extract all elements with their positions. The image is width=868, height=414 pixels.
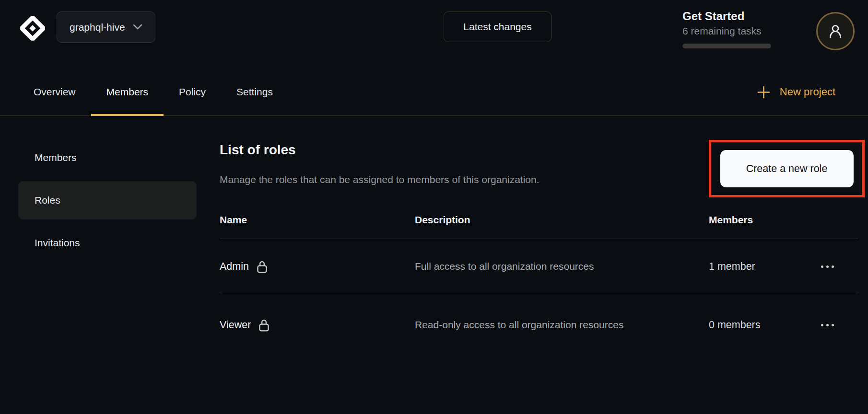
members-sidebar: Members Roles Invitations xyxy=(18,138,197,266)
org-selector-button[interactable]: graphql-hive xyxy=(57,12,155,43)
page-title: List of roles xyxy=(220,142,296,158)
person-icon xyxy=(827,23,844,40)
latest-changes-button[interactable]: Latest changes xyxy=(444,12,551,42)
page-subtitle: Manage the roles that can be assigned to… xyxy=(220,174,540,185)
tab-members[interactable]: Members xyxy=(91,69,164,115)
hive-logo-icon xyxy=(17,13,48,44)
chevron-down-icon xyxy=(133,24,142,30)
get-started-widget[interactable]: Get Started 6 remaining tasks xyxy=(682,9,771,48)
create-new-role-button[interactable]: Create a new role xyxy=(720,150,854,187)
lock-icon xyxy=(257,260,268,274)
new-project-label: New project xyxy=(780,86,835,98)
org-selector-label: graphql-hive xyxy=(70,22,125,33)
user-menu-button[interactable] xyxy=(816,12,855,50)
get-started-remaining-tasks: 6 remaining tasks xyxy=(682,24,771,38)
app-window: graphql-hive Latest changes Get Started … xyxy=(0,0,868,414)
roles-panel: List of roles Manage the roles that can … xyxy=(220,115,858,414)
roles-table: Name Description Members Admin Full acce… xyxy=(220,201,858,356)
role-name: Admin xyxy=(220,261,249,273)
lock-icon xyxy=(258,318,270,332)
table-row-admin: Admin Full access to all organization re… xyxy=(220,239,858,294)
column-header-members: Members xyxy=(709,214,796,226)
table-row-viewer: Viewer Read-only access to all organizat… xyxy=(220,294,858,356)
sidebar-item-roles[interactable]: Roles xyxy=(18,181,197,219)
org-tabbar: Overview Members Policy Settings New pro… xyxy=(0,69,868,116)
sidebar-item-members[interactable]: Members xyxy=(18,138,197,177)
sidebar-item-invitations[interactable]: Invitations xyxy=(18,224,197,262)
annotation-highlight-box: Create a new role xyxy=(709,140,865,197)
role-name: Viewer xyxy=(220,319,251,331)
column-header-description: Description xyxy=(415,214,709,226)
role-members-count: 0 members xyxy=(709,319,796,331)
hive-logo[interactable] xyxy=(17,13,48,44)
tab-overview[interactable]: Overview xyxy=(18,69,91,115)
plus-icon xyxy=(757,86,770,99)
get-started-title: Get Started xyxy=(682,9,771,23)
role-description: Read-only access to all organization res… xyxy=(415,315,640,335)
roles-table-header: Name Description Members xyxy=(220,201,858,239)
column-header-name: Name xyxy=(220,214,415,226)
get-started-progress-bar xyxy=(682,44,771,48)
tab-settings[interactable]: Settings xyxy=(221,69,288,115)
row-actions-menu-button[interactable] xyxy=(814,259,841,275)
new-project-button[interactable]: New project xyxy=(754,69,838,115)
tab-policy[interactable]: Policy xyxy=(164,69,221,115)
role-members-count: 1 member xyxy=(709,261,796,273)
role-description: Full access to all organization resource… xyxy=(415,256,640,276)
org-tabs: Overview Members Policy Settings xyxy=(18,69,288,115)
row-actions-menu-button[interactable] xyxy=(814,317,841,333)
